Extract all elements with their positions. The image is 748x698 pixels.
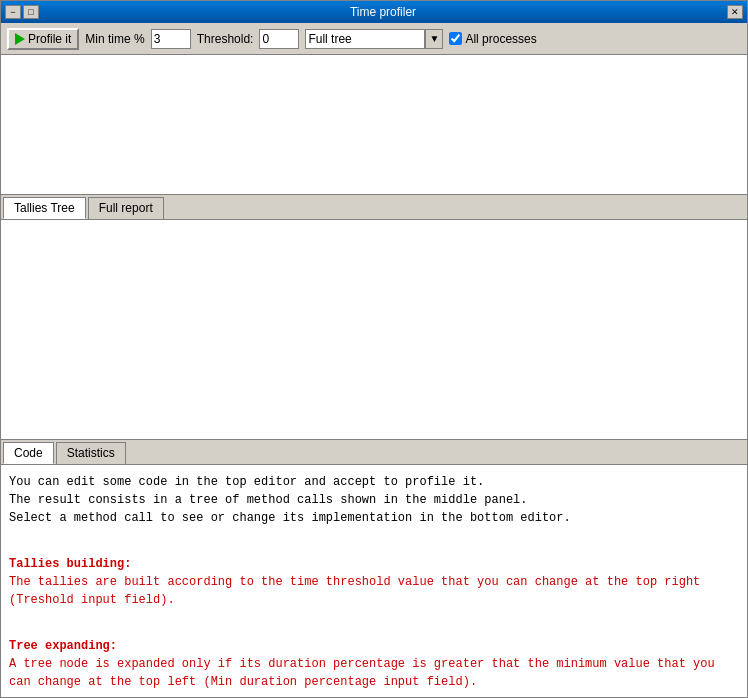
bottom-tabs-bar: Code Statistics <box>1 440 747 465</box>
min-time-label: Min time % <box>85 32 144 46</box>
main-window: − □ Time profiler ✕ Profile it Min time … <box>0 0 748 698</box>
threshold-input[interactable] <box>259 29 299 49</box>
tab-statistics-label: Statistics <box>67 446 115 460</box>
tree-select-container: Full tree ▼ <box>305 29 443 49</box>
section1-header: Tallies building: <box>9 555 739 573</box>
bottom-panel: You can edit some code in the top editor… <box>1 465 747 697</box>
close-controls: ✕ <box>727 5 743 19</box>
dropdown-arrow-icon[interactable]: ▼ <box>425 29 443 49</box>
window-controls: − □ <box>5 5 39 19</box>
all-processes-container: All processes <box>449 32 536 46</box>
section2-text: A tree node is expanded only if its dura… <box>9 655 739 691</box>
tab-full-report-label: Full report <box>99 201 153 215</box>
tab-tallies-tree[interactable]: Tallies Tree <box>3 197 86 219</box>
tab-tallies-tree-label: Tallies Tree <box>14 201 75 215</box>
maximize-button[interactable]: □ <box>23 5 39 19</box>
min-time-input[interactable] <box>151 29 191 49</box>
content-line4 <box>9 527 739 545</box>
close-button[interactable]: ✕ <box>727 5 743 19</box>
middle-panel[interactable] <box>1 220 747 440</box>
tab-code[interactable]: Code <box>3 442 54 464</box>
bottom-content-area[interactable]: You can edit some code in the top editor… <box>1 465 747 697</box>
threshold-label: Threshold: <box>197 32 254 46</box>
content-line1: You can edit some code in the top editor… <box>9 473 739 491</box>
content-line2: The result consists in a tree of method … <box>9 491 739 509</box>
content-line3: Select a method call to see or change it… <box>9 509 739 527</box>
tab-statistics[interactable]: Statistics <box>56 442 126 464</box>
profile-button-label: Profile it <box>28 32 71 46</box>
all-processes-label: All processes <box>465 32 536 46</box>
window-title: Time profiler <box>39 5 727 19</box>
all-processes-checkbox[interactable] <box>449 32 462 45</box>
profile-button[interactable]: Profile it <box>7 28 79 50</box>
play-icon <box>15 33 25 45</box>
top-editor-panel[interactable] <box>1 55 747 195</box>
title-bar: − □ Time profiler ✕ <box>1 1 747 23</box>
section2-header: Tree expanding: <box>9 637 739 655</box>
toolbar: Profile it Min time % Threshold: Full tr… <box>1 23 747 55</box>
tab-full-report[interactable]: Full report <box>88 197 164 219</box>
tree-select[interactable]: Full tree <box>305 29 425 49</box>
minimize-button[interactable]: − <box>5 5 21 19</box>
middle-tabs-bar: Tallies Tree Full report <box>1 195 747 220</box>
tab-code-label: Code <box>14 446 43 460</box>
section1-text: The tallies are built according to the t… <box>9 573 739 609</box>
content-line5 <box>9 609 739 627</box>
